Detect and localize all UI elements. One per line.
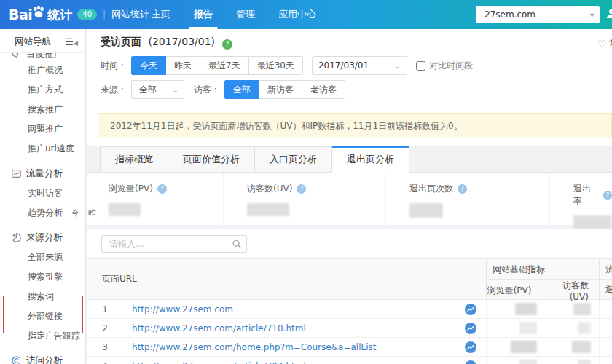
search-input[interactable] <box>101 235 247 253</box>
time-last30days-button[interactable]: 最近30天 <box>248 56 303 75</box>
visitor-new-button[interactable]: 新访客 <box>259 80 302 99</box>
pie-chart-icon <box>12 233 21 242</box>
user-icon[interactable] <box>605 8 612 20</box>
sidebar-item-promo-method[interactable]: 推广方式 <box>0 80 85 100</box>
collapse-sidebar-icon[interactable]: ☰◀ <box>65 36 78 47</box>
time-label: 时间： <box>101 60 127 72</box>
metric-pv: 浏览量(PV) ? <box>87 173 223 225</box>
date-picker[interactable]: 2017/03/01 ⌄ <box>312 56 407 75</box>
time-today-button[interactable]: 今天 <box>131 56 166 75</box>
panel-gap <box>87 225 612 229</box>
column-header-exit[interactable]: 退出 <box>600 280 612 299</box>
metric-uv-label: 访客数(UV) <box>247 183 292 195</box>
sidebar-item-all-sources[interactable]: 全部来源 <box>0 248 85 267</box>
page-url-link[interactable]: http://www.27sem.com/home.php?m=Course&a… <box>132 342 376 352</box>
topbar: Bai 统计 40 | 网站统计 主页 报告 管理 应用中心 27sem.com… <box>0 0 612 29</box>
row-index: 3 <box>87 342 123 352</box>
paw-icon <box>31 4 47 20</box>
group-label: 流量 <box>600 259 612 280</box>
source-select[interactable]: 全部 ⌄ <box>131 80 184 99</box>
page-url-link[interactable]: http://www.27sem.com/article/704.html <box>132 361 306 364</box>
sidebar-section-baidu-promo[interactable]: 百度推广 <box>0 53 85 60</box>
page-url-link[interactable]: http://www.27sem.com <box>132 304 233 314</box>
table-row: 2 http://www.27sem.com/article/710.html <box>87 319 612 338</box>
nav-app-center[interactable]: 应用中心 <box>267 0 328 29</box>
sidebar-section-visit-analysis[interactable]: 访问分析 <box>0 351 85 364</box>
time-filter-row: 时间： 今天 昨天 最近7天 最近30天 2017/03/01 ⌄ 对比时间段 <box>101 56 612 75</box>
column-header-uv[interactable]: 访客数(UV) <box>545 280 600 302</box>
sidebar-item-network-promo[interactable]: 网盟推广 <box>0 119 85 139</box>
column-group-basic-metrics: 网站基础指标 浏览量(PV) 访客数(UV) <box>487 259 600 299</box>
tab-exit-page-analysis[interactable]: 退出页分析 <box>332 146 409 173</box>
column-header-page-url[interactable]: 页面URL <box>87 259 487 299</box>
visitor-label: 访客： <box>194 84 220 96</box>
tab-page-value-analysis[interactable]: 页面价值分析 <box>168 146 255 173</box>
tab-metric-overview[interactable]: 指标概览 <box>100 146 168 173</box>
metric-pv-label: 浏览量(PV) <box>109 183 153 195</box>
redacted-value <box>511 341 537 353</box>
column-group-flow-metrics: 流量 退出 <box>600 259 612 299</box>
help-icon[interactable]: ? <box>458 184 467 194</box>
compare-period-checkbox[interactable] <box>416 61 425 71</box>
visitor-type-group: 全部 新访客 老访客 <box>224 80 345 99</box>
time-range-group: 今天 昨天 最近7天 最近30天 <box>131 56 303 75</box>
redacted-value <box>572 341 591 353</box>
row-index: 1 <box>87 304 123 314</box>
compare-period-label: 对比时间段 <box>429 60 473 72</box>
redacted-value <box>578 322 591 334</box>
table-panel: 页面URL 网站基础指标 浏览量(PV) 访客数(UV) 流量 退出 1 htt… <box>87 235 612 364</box>
search-icon[interactable] <box>232 239 242 249</box>
trend-chart-icon[interactable] <box>465 360 476 364</box>
compare-period-option[interactable]: 对比时间段 <box>416 60 473 72</box>
trend-chart-icon[interactable] <box>465 341 476 353</box>
trend-chart-icon[interactable] <box>465 304 476 315</box>
source-visitor-filter-row: 来源： 全部 ⌄ 访客： 全部 新访客 老访客 <box>101 80 612 99</box>
heart-icon: ♡ <box>597 39 606 50</box>
favorite-report[interactable]: ♡ 常 <box>597 37 612 50</box>
nav-report[interactable]: 报告 <box>182 0 224 29</box>
row-index: 2 <box>87 323 123 333</box>
help-icon[interactable]: ? <box>603 191 612 200</box>
trend-chart-icon[interactable] <box>465 323 476 334</box>
version-badge: 40 <box>77 9 97 20</box>
site-selector-dropdown[interactable]: 27sem.com ▾ <box>476 6 600 23</box>
nav-manage[interactable]: 管理 <box>224 0 267 29</box>
trend-yesterday-link[interactable]: 昨 <box>88 208 96 218</box>
table-header: 页面URL 网站基础指标 浏览量(PV) 访客数(UV) 流量 退出 <box>87 258 612 300</box>
tab-entry-page-analysis[interactable]: 入口页分析 <box>255 146 332 173</box>
sidebar-item-search-terms[interactable]: 搜索词 <box>0 287 85 306</box>
sidebar-item-trend-analysis[interactable]: 趋势分析 今 昨 <box>0 203 85 223</box>
help-icon[interactable]: ? <box>157 184 167 194</box>
visitor-all-button[interactable]: 全部 <box>224 80 259 99</box>
time-last7days-button[interactable]: 最近7天 <box>200 56 249 75</box>
redacted-value <box>247 203 289 216</box>
sidebar-section-source-analysis[interactable]: 来源分析 <box>0 228 85 248</box>
column-header-pv[interactable]: 浏览量(PV) <box>487 285 545 297</box>
baidu-tongji-logo[interactable]: Bai 统计 <box>9 4 72 25</box>
redacted-value <box>409 203 443 218</box>
logo-text-bai: Bai <box>9 7 32 23</box>
sidebar-item-promo-url-speed[interactable]: 推广url速度 <box>0 139 85 159</box>
time-yesterday-button[interactable]: 昨天 <box>165 56 200 75</box>
sidebar-item-search-engines[interactable]: 搜索引擎 <box>0 267 85 287</box>
chevron-down-icon: ▾ <box>590 11 594 19</box>
help-icon[interactable]: ? <box>222 39 232 50</box>
redacted-value <box>109 203 141 216</box>
visitor-returning-button[interactable]: 老访客 <box>302 80 345 99</box>
sidebar-item-external-links[interactable]: 外部链接 <box>0 306 85 326</box>
sidebar-section-traffic-analysis[interactable]: 流量分析 <box>0 164 85 183</box>
source-label: 来源： <box>101 84 127 96</box>
trend-today-link[interactable]: 今 <box>71 208 79 218</box>
sidebar-item-ad-tracking[interactable]: 指定广告跟踪 <box>0 326 85 346</box>
nav-home[interactable]: 主页 <box>140 0 182 29</box>
help-icon[interactable]: ? <box>297 184 306 194</box>
sidebar-item-search-promo[interactable]: 搜索推广 <box>0 100 85 119</box>
sidebar-item-promo-overview[interactable]: 推广概况 <box>0 60 85 80</box>
sidebar-item-realtime-visitors[interactable]: 实时访客 <box>0 183 85 203</box>
page-url-link[interactable]: http://www.27sem.com/article/710.html <box>132 323 306 333</box>
sidebar-title: 网站导航 <box>15 36 51 48</box>
redacted-value <box>573 215 611 229</box>
page-title-date: (2017/03/01) <box>148 36 215 47</box>
logo-text-tongji: 统计 <box>47 7 72 23</box>
metric-uv: 访客数(UV) ? <box>223 173 385 225</box>
